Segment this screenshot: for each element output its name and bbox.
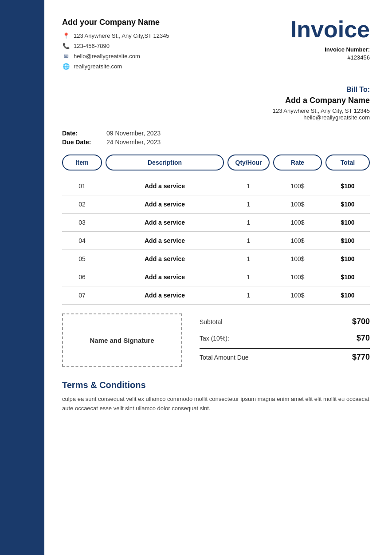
invoice-section: Invoice Invoice Number: #123456 <box>290 18 370 61</box>
cell-rate-4: 100$ <box>273 255 322 262</box>
cell-qty-2: 1 <box>227 219 270 226</box>
header-qty: Qty/Hour <box>227 155 270 170</box>
cell-rate-2: 100$ <box>273 219 322 226</box>
company-email: hello@reallygreatsite.com <box>74 53 140 59</box>
header-rate: Rate <box>273 155 322 170</box>
email-icon: ✉ <box>62 52 70 60</box>
cell-total-5: $100 <box>325 274 370 281</box>
date-label: Date: <box>62 130 98 137</box>
cell-item-0: 01 <box>62 182 102 190</box>
date-row: Date: 09 November, 2023 <box>62 130 370 137</box>
cell-qty-4: 1 <box>227 255 270 262</box>
cell-qty-5: 1 <box>227 274 270 281</box>
company-name: Add your Company Name <box>62 18 169 27</box>
subtotal-label: Subtotal <box>200 318 222 325</box>
table-header: Item Description Qty/Hour Rate Total <box>62 155 370 170</box>
cell-total-1: $100 <box>325 201 370 208</box>
table-row: 01 Add a service 1 100$ $100 <box>62 177 370 195</box>
page-wrapper: Add your Company Name 📍 123 Anywhere St.… <box>0 0 392 555</box>
tax-label: Tax (10%): <box>200 335 229 342</box>
cell-desc-2: Add a service <box>106 219 224 226</box>
cell-qty-1: 1 <box>227 201 270 208</box>
terms-section: Terms & Conditions culpa ea sunt consequ… <box>62 380 370 413</box>
cell-item-5: 06 <box>62 274 102 281</box>
bill-to-address: 123 Anywhere St., Any City, ST 12345 <box>62 107 370 114</box>
header-item: Item <box>62 155 102 170</box>
total-value: $770 <box>352 353 370 362</box>
cell-rate-6: 100$ <box>273 292 322 299</box>
header: Add your Company Name 📍 123 Anywhere St.… <box>62 18 370 72</box>
bill-to-section: Bill To: Add a Company Name 123 Anywhere… <box>62 86 370 121</box>
cell-item-1: 02 <box>62 201 102 208</box>
cell-rate-3: 100$ <box>273 237 322 244</box>
due-date-value: 24 November, 2023 <box>106 139 161 146</box>
cell-rate-5: 100$ <box>273 274 322 281</box>
company-section: Add your Company Name 📍 123 Anywhere St.… <box>62 18 169 72</box>
cell-total-4: $100 <box>325 255 370 262</box>
cell-desc-6: Add a service <box>106 292 224 299</box>
date-value: 09 November, 2023 <box>106 130 161 137</box>
company-phone: 123-456-7890 <box>74 43 110 49</box>
totals-section: Subtotal $700 Tax (10%): $70 Total Amoun… <box>182 313 370 365</box>
cell-total-0: $100 <box>325 182 370 190</box>
cell-item-4: 05 <box>62 255 102 262</box>
table-row: 04 Add a service 1 100$ $100 <box>62 232 370 250</box>
company-address: 123 Anywhere St., Any City,ST 12345 <box>74 32 169 39</box>
invoice-title: Invoice <box>290 18 370 41</box>
bill-to-company: Add a Company Name <box>62 96 370 105</box>
subtotal-value: $700 <box>352 317 370 326</box>
cell-item-6: 07 <box>62 292 102 299</box>
table-row: 02 Add a service 1 100$ $100 <box>62 195 370 214</box>
invoice-number-value: #123456 <box>347 54 370 61</box>
terms-text: culpa ea sunt consequat velit ex ullamco… <box>62 395 370 413</box>
header-description: Description <box>106 155 224 170</box>
date-section: Date: 09 November, 2023 Due Date: 24 Nov… <box>62 130 370 146</box>
signature-label: Name and Signature <box>90 337 154 344</box>
left-sidebar <box>0 0 44 555</box>
table-row: 06 Add a service 1 100$ $100 <box>62 268 370 286</box>
bill-to-email: hello@reallygreatsite.com <box>62 114 370 121</box>
table-row: 03 Add a service 1 100$ $100 <box>62 214 370 232</box>
cell-qty-0: 1 <box>227 182 270 190</box>
cell-desc-4: Add a service <box>106 255 224 262</box>
due-date-label: Due Date: <box>62 139 98 146</box>
location-icon: 📍 <box>62 32 70 40</box>
content: Add your Company Name 📍 123 Anywhere St.… <box>44 0 392 555</box>
total-label: Total Amount Due <box>200 354 249 361</box>
invoice-table: Item Description Qty/Hour Rate Total 01 … <box>62 155 370 305</box>
total-row: Total Amount Due $770 <box>200 348 370 365</box>
cell-qty-3: 1 <box>227 237 270 244</box>
cell-desc-1: Add a service <box>106 201 224 208</box>
globe-icon: 🌐 <box>62 62 70 70</box>
cell-item-3: 04 <box>62 237 102 244</box>
cell-total-2: $100 <box>325 219 370 226</box>
cell-total-6: $100 <box>325 292 370 299</box>
cell-item-2: 03 <box>62 219 102 226</box>
cell-desc-3: Add a service <box>106 237 224 244</box>
terms-title: Terms & Conditions <box>62 380 370 390</box>
website-row: 🌐 reallygreatsite.com <box>62 62 169 70</box>
cell-rate-1: 100$ <box>273 201 322 208</box>
header-total: Total <box>325 155 370 170</box>
subtotal-row: Subtotal $700 <box>200 313 370 330</box>
signature-box: Name and Signature <box>62 313 182 367</box>
invoice-number-block: Invoice Number: #123456 <box>290 45 370 61</box>
company-website: reallygreatsite.com <box>74 63 122 70</box>
address-row: 📍 123 Anywhere St., Any City,ST 12345 <box>62 32 169 40</box>
due-date-row: Due Date: 24 November, 2023 <box>62 139 370 146</box>
phone-icon: 📞 <box>62 42 70 50</box>
invoice-number-label: Invoice Number: <box>325 46 370 53</box>
email-row: ✉ hello@reallygreatsite.com <box>62 52 169 60</box>
tax-value: $70 <box>357 333 370 343</box>
cell-total-3: $100 <box>325 237 370 244</box>
table-row: 05 Add a service 1 100$ $100 <box>62 250 370 268</box>
cell-rate-0: 100$ <box>273 182 322 190</box>
table-row: 07 Add a service 1 100$ $100 <box>62 286 370 305</box>
table-body: 01 Add a service 1 100$ $100 02 Add a se… <box>62 177 370 305</box>
phone-row: 📞 123-456-7890 <box>62 42 169 50</box>
tax-row: Tax (10%): $70 <box>200 330 370 346</box>
cell-qty-6: 1 <box>227 292 270 299</box>
bottom-section: Name and Signature Subtotal $700 Tax (10… <box>62 313 370 367</box>
bill-to-label: Bill To: <box>62 86 370 94</box>
cell-desc-0: Add a service <box>106 182 224 190</box>
